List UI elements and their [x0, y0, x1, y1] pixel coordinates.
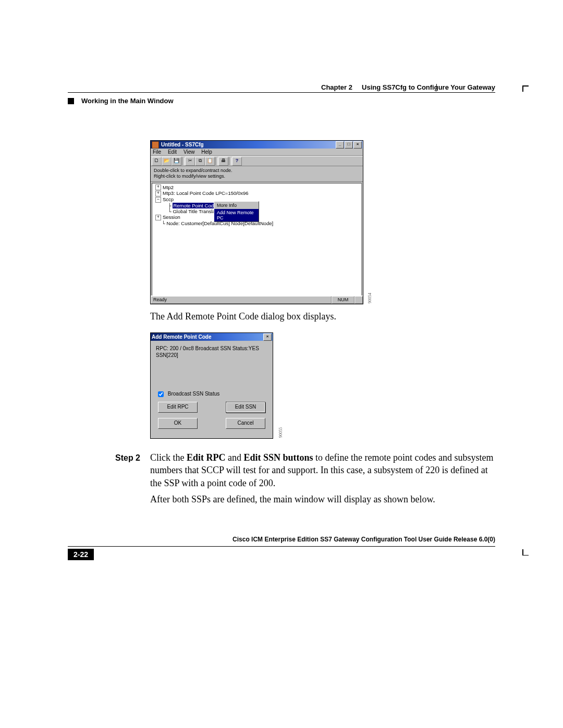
context-menu-item[interactable]: More Info — [214, 202, 259, 209]
hint-line-2: Right-click to modify/view settings. — [154, 174, 360, 179]
dialog-titlebar[interactable]: Add Remote Point Code × — [151, 333, 273, 341]
chapter-label: Chapter 2 — [321, 83, 352, 91]
cancel-button[interactable]: Cancel — [226, 418, 265, 429]
help-icon[interactable]: ? — [232, 157, 242, 166]
save-icon[interactable]: 💾 — [172, 157, 181, 166]
menu-bar[interactable]: File Edit View Help — [151, 149, 363, 156]
book-title: Cisco ICM Enterprise Edition SS7 Gateway… — [68, 536, 495, 547]
dialog-info-1: RPC: 200 / 0xc8 Broadcast SSN Status:YES — [156, 345, 267, 352]
window-titlebar[interactable]: Untitled - SS7Cfg _ □ × — [151, 141, 363, 149]
cut-icon[interactable]: ✂ — [185, 157, 195, 166]
menu-edit[interactable]: Edit — [168, 149, 177, 155]
minimize-button[interactable]: _ — [336, 141, 344, 149]
tree-node[interactable]: Sccp — [163, 196, 174, 202]
ss7cfg-main-window: Untitled - SS7Cfg _ □ × File Edit View H… — [150, 140, 363, 304]
expand-icon[interactable]: + — [155, 191, 161, 196]
ok-button[interactable]: OK — [158, 418, 198, 429]
edit-rpc-button[interactable]: Edit RPC — [158, 402, 198, 413]
step-paragraph-2: After both SSPs are defined, the main wi… — [150, 493, 495, 505]
edit-ssn-button[interactable]: Edit SSN — [226, 402, 265, 413]
figure-id: 90054 — [368, 293, 372, 303]
expand-icon[interactable]: + — [155, 184, 161, 190]
broadcast-checkbox[interactable] — [158, 391, 164, 397]
page-number: 2-22 — [68, 549, 94, 560]
menu-file[interactable]: File — [153, 149, 161, 155]
hint-panel: Double-click to expand/contract node. Ri… — [151, 166, 363, 182]
window-title: Untitled - SS7Cfg — [161, 142, 204, 147]
app-icon — [152, 141, 159, 149]
resize-grip-icon[interactable] — [354, 296, 363, 304]
copy-icon[interactable]: ⧉ — [195, 157, 205, 166]
new-icon[interactable]: 🗋 — [152, 157, 162, 166]
caption: The Add Remote Point Code dialog box dis… — [150, 310, 336, 323]
context-menu[interactable]: More Info Add New Remote PC — [214, 201, 259, 222]
add-remote-pc-dialog: Add Remote Point Code × RPC: 200 / 0xc8 … — [150, 332, 273, 439]
close-button[interactable]: × — [263, 334, 272, 341]
print-icon[interactable]: 🖶 — [218, 157, 228, 166]
chapter-title: Using SS7Cfg to Configure Your Gateway — [362, 83, 495, 91]
status-num: NUM — [332, 296, 354, 304]
dialog-title: Add Remote Point Code — [152, 334, 211, 340]
close-button[interactable]: × — [353, 141, 362, 149]
toolbar: 🗋 📂 💾 ✂ ⧉ 📋 🖶 ? — [151, 156, 363, 166]
tree-node[interactable]: Mtp2 — [163, 184, 174, 190]
figure-id: 90055 — [278, 427, 283, 438]
collapse-icon[interactable]: − — [155, 197, 161, 203]
open-icon[interactable]: 📂 — [162, 157, 172, 166]
expand-icon[interactable]: + — [155, 215, 161, 220]
status-bar: Ready NUM — [151, 295, 363, 304]
maximize-button[interactable]: □ — [345, 141, 353, 149]
tree-node[interactable]: Mtp3: Local Point Code LPC=150/0x96 — [163, 190, 249, 196]
dialog-info-2: SSN[220] — [156, 352, 267, 359]
context-menu-item-highlighted[interactable]: Add New Remote PC — [214, 209, 259, 221]
tree-node[interactable]: Session — [163, 214, 180, 220]
section-bullet-icon — [68, 98, 74, 104]
status-ready: Ready — [151, 296, 332, 304]
step-paragraph-1: Click the Edit RPC and Edit SSN buttons … — [150, 451, 495, 489]
tree-node-selected[interactable]: Remote Point Codes — [173, 203, 219, 208]
broadcast-checkbox-row[interactable]: Broadcast SSN Status — [156, 390, 267, 399]
menu-view[interactable]: View — [183, 149, 195, 155]
step-label: Step 2 — [115, 453, 140, 462]
config-tree[interactable]: +Mtp2 +Mtp3: Local Point Code LPC=150/0x… — [152, 183, 362, 297]
hint-line-1: Double-click to expand/contract node. — [154, 168, 360, 174]
section-heading: Working in the Main Window — [81, 97, 174, 105]
broadcast-label: Broadcast SSN Status — [168, 391, 220, 397]
menu-help[interactable]: Help — [201, 149, 212, 155]
page-header: Chapter 2 Using SS7Cfg to Configure Your… — [68, 83, 495, 93]
paste-icon[interactable]: 📋 — [205, 157, 215, 166]
